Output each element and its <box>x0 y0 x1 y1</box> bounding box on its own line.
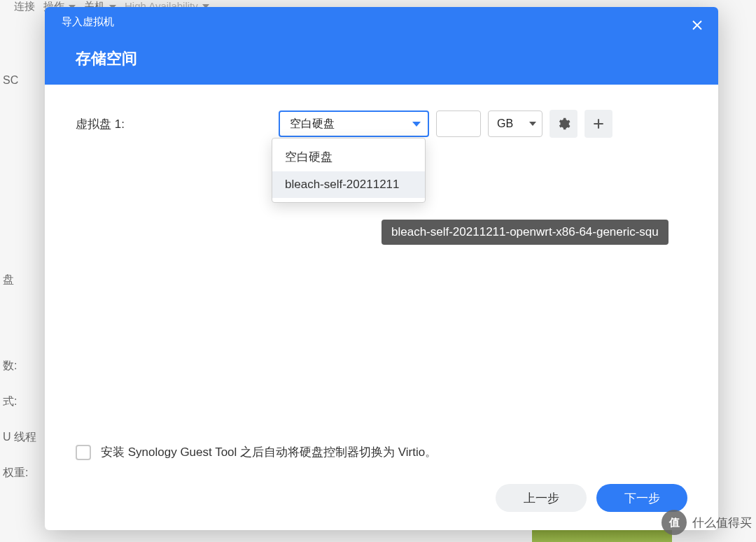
disk-type-select[interactable]: 空白硬盘 <box>279 110 429 137</box>
next-button[interactable]: 下一步 <box>596 484 687 512</box>
close-button[interactable] <box>689 17 706 34</box>
modal-body: 虚拟盘 1: 空白硬盘 GB 空白硬盘 bleach-self-20211211 <box>45 85 718 444</box>
disk-row: 虚拟盘 1: 空白硬盘 GB <box>76 110 687 138</box>
watermark: 值 什么值得买 <box>662 510 752 535</box>
disk-type-value: 空白硬盘 <box>290 117 335 131</box>
virtio-checkbox[interactable] <box>76 445 91 460</box>
add-disk-button[interactable] <box>584 110 612 138</box>
modal-title: 存储空间 <box>62 48 701 69</box>
watermark-text: 什么值得买 <box>692 515 752 531</box>
disk-unit-select[interactable]: GB <box>488 110 542 137</box>
disk-type-dropdown: 空白硬盘 bleach-self-20211211 <box>272 138 426 203</box>
virtio-checkbox-row: 安装 Synology Guest Tool 之后自动将硬盘控制器切换为 Vir… <box>76 444 687 460</box>
dropdown-option-blank[interactable]: 空白硬盘 <box>272 143 425 171</box>
chevron-down-icon <box>412 122 421 127</box>
import-vm-modal: 导入虚拟机 存储空间 虚拟盘 1: 空白硬盘 GB 空白硬 <box>45 7 718 530</box>
footer-buttons: 上一步 下一步 <box>76 484 687 512</box>
gear-icon <box>556 117 570 131</box>
modal-footer: 安装 Synology Guest Tool 之后自动将硬盘控制器切换为 Vir… <box>45 444 718 530</box>
modal-header: 导入虚拟机 存储空间 <box>45 7 718 85</box>
virtio-checkbox-label: 安装 Synology Guest Tool 之后自动将硬盘控制器切换为 Vir… <box>101 444 437 460</box>
plus-icon <box>592 117 606 131</box>
dropdown-option-image[interactable]: bleach-self-20211211 <box>272 171 425 198</box>
disk-settings-button[interactable] <box>550 110 578 138</box>
modal-subtitle: 导入虚拟机 <box>62 15 701 29</box>
previous-button[interactable]: 上一步 <box>496 484 587 512</box>
dropdown-tooltip: bleach-self-20211211-openwrt-x86-64-gene… <box>382 220 668 245</box>
close-icon <box>691 19 704 31</box>
chevron-down-icon <box>529 122 536 126</box>
disk-size-input[interactable] <box>436 110 481 137</box>
disk-unit-value: GB <box>497 117 513 130</box>
disk-label: 虚拟盘 1: <box>76 116 272 132</box>
watermark-badge: 值 <box>662 510 687 535</box>
